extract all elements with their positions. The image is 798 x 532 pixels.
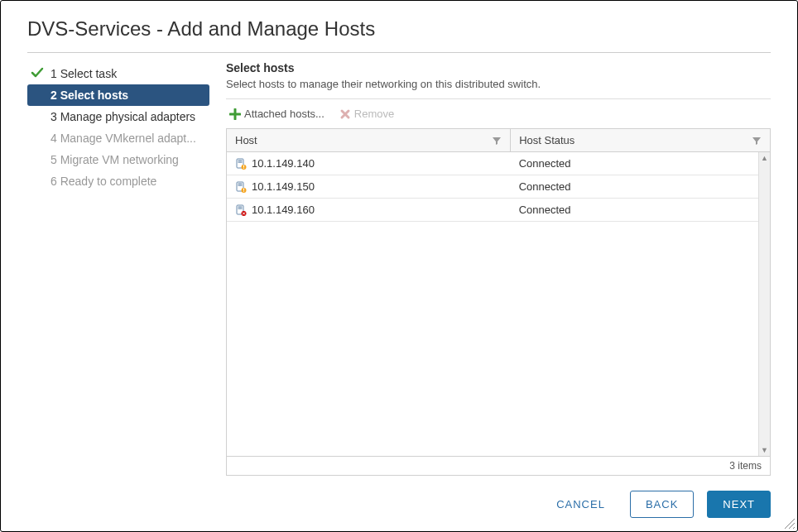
table-row[interactable]: 10.1.149.160Connected [227,199,770,222]
attached-hosts-button[interactable]: Attached hosts... [229,108,324,120]
svg-rect-1 [238,160,243,161]
cell-status: Connected [511,175,770,198]
panel-heading: Select hosts [226,61,771,74]
svg-rect-6 [238,185,243,185]
nav-step-label: 5 Migrate VM networking [50,153,179,166]
filter-icon[interactable] [492,136,502,146]
nav-step-label: 1 Select task [50,67,117,80]
svg-rect-9 [238,206,243,207]
host-icon [235,158,247,170]
remove-icon [339,108,351,120]
nav-step-6: 6 Ready to complete [27,170,209,192]
nav-step-4: 4 Manage VMkernel adapt... [27,127,209,149]
svg-rect-5 [238,183,243,184]
nav-step-3: 3 Manage physical adapters [27,106,209,127]
grid-body: 10.1.149.140Connected10.1.149.150Connect… [227,152,770,456]
wizard-nav: 1 Select task2 Select hosts3 Manage phys… [27,61,209,476]
nav-step-label: 4 Manage VMkernel adapt... [50,132,196,145]
scrollbar[interactable]: ▲ ▼ [758,152,770,456]
check-icon [31,66,44,79]
host-icon [235,204,247,216]
table-row[interactable]: 10.1.149.140Connected [227,152,770,175]
cell-status: Connected [511,152,770,175]
scroll-down-icon[interactable]: ▼ [759,444,770,456]
column-header-status[interactable]: Host Status [511,129,770,151]
filter-icon[interactable] [752,136,762,146]
host-status: Connected [519,157,571,170]
svg-rect-10 [238,208,243,208]
nav-step-label: 6 Ready to complete [50,175,156,188]
cancel-button[interactable]: CANCEL [545,491,617,517]
column-header-host[interactable]: Host [227,129,511,151]
remove-label: Remove [354,108,394,120]
nav-step-2[interactable]: 2 Select hosts [27,84,209,106]
host-icon [235,181,247,193]
host-address: 10.1.149.160 [252,204,315,216]
host-address: 10.1.149.150 [252,180,315,193]
cell-host: 10.1.149.140 [227,152,511,175]
remove-button: Remove [339,108,394,120]
column-header-status-label: Host Status [519,134,574,146]
host-status: Connected [519,180,571,193]
plus-icon [229,108,241,120]
table-row[interactable]: 10.1.149.150Connected [227,175,770,199]
grid-footer: 3 items [227,456,770,475]
cell-host: 10.1.149.160 [227,199,511,221]
nav-step-label: 2 Select hosts [50,89,128,102]
grid-header: Host Host Status [227,129,770,152]
cell-host: 10.1.149.150 [227,175,511,198]
resize-grip-icon[interactable] [784,518,796,530]
nav-step-1[interactable]: 1 Select task [27,63,209,84]
hosts-grid: Host Host Status 10.1.149.140Connected10… [226,128,771,476]
nav-step-5: 5 Migrate VM networking [27,149,209,170]
cell-status: Connected [511,199,770,221]
dialog-title: DVS-Services - Add and Manage Hosts [27,17,771,53]
column-header-host-label: Host [235,134,257,146]
panel-description: Select hosts to manage their networking … [226,78,771,99]
grid-toolbar: Attached hosts... Remove [226,99,771,128]
next-button[interactable]: NEXT [707,491,771,518]
scroll-up-icon[interactable]: ▲ [759,152,770,164]
nav-step-label: 3 Manage physical adapters [50,110,195,123]
wizard-footer: CANCEL BACK NEXT [27,476,771,518]
host-address: 10.1.149.140 [252,157,315,170]
attached-hosts-label: Attached hosts... [244,108,324,120]
svg-rect-2 [238,161,243,162]
back-button[interactable]: BACK [630,491,694,518]
host-status: Connected [519,204,571,216]
